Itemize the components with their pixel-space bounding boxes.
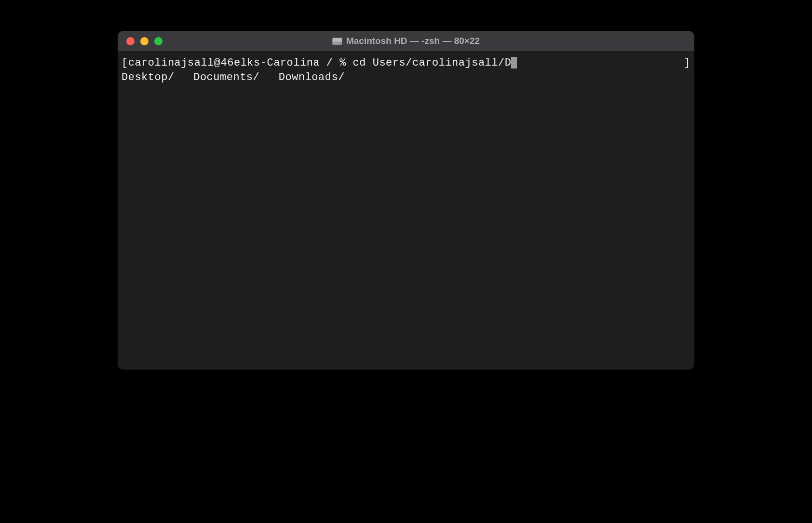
close-button[interactable] <box>126 37 135 45</box>
title-bar: Macintosh HD — -zsh — 80×22 <box>118 31 694 51</box>
minimize-button[interactable] <box>140 37 149 45</box>
completion-item: Downloads/ <box>279 70 364 85</box>
cursor <box>511 57 517 69</box>
window-title: Macintosh HD — -zsh — 80×22 <box>346 36 480 46</box>
completion-item: Desktop/ <box>122 70 193 85</box>
prompt-text: carolinajsall@46elks-Carolina / % <box>128 56 353 70</box>
completion-item: Documents/ <box>193 70 279 85</box>
terminal-window: Macintosh HD — -zsh — 80×22 [carolinajsa… <box>118 31 694 370</box>
disk-icon <box>332 38 342 45</box>
prompt-open-bracket: [ <box>122 56 128 70</box>
prompt-close-bracket: ] <box>684 56 690 70</box>
zoom-button[interactable] <box>154 37 162 45</box>
traffic-lights <box>118 37 162 45</box>
svg-point-2 <box>340 42 341 43</box>
completions-line: Desktop/Documents/Downloads/ <box>122 70 690 85</box>
window-title-content: Macintosh HD — -zsh — 80×22 <box>332 36 480 46</box>
command-text: cd Users/carolinajsall/D <box>353 56 512 70</box>
prompt-line: [carolinajsall@46elks-Carolina / % cd Us… <box>122 56 690 70</box>
terminal-body[interactable]: [carolinajsall@46elks-Carolina / % cd Us… <box>118 51 694 370</box>
